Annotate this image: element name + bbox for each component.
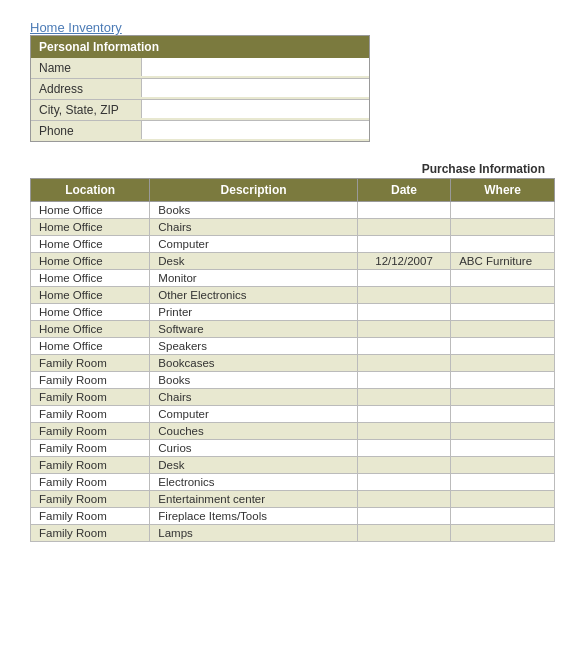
cell-description: Lamps	[150, 525, 358, 542]
personal-row-name: Name	[31, 58, 369, 78]
col-header-date: Date	[357, 179, 450, 202]
table-row: Home OfficeComputer	[31, 236, 555, 253]
cell-date	[357, 304, 450, 321]
cell-date	[357, 389, 450, 406]
cell-location: Home Office	[31, 219, 150, 236]
table-row: Family RoomComputer	[31, 406, 555, 423]
cell-location: Family Room	[31, 440, 150, 457]
cell-date	[357, 406, 450, 423]
table-row: Family RoomCouches	[31, 423, 555, 440]
table-row: Family RoomLamps	[31, 525, 555, 542]
cell-description: Speakers	[150, 338, 358, 355]
cell-date	[357, 202, 450, 219]
cell-description: Computer	[150, 236, 358, 253]
cell-description: Books	[150, 202, 358, 219]
cell-date	[357, 219, 450, 236]
input-phone[interactable]	[141, 121, 369, 139]
table-row: Home OfficeSpeakers	[31, 338, 555, 355]
cell-date: 12/12/2007	[357, 253, 450, 270]
cell-description: Electronics	[150, 474, 358, 491]
cell-date	[357, 457, 450, 474]
cell-where	[451, 406, 555, 423]
cell-location: Home Office	[31, 202, 150, 219]
cell-description: Desk	[150, 253, 358, 270]
cell-where	[451, 270, 555, 287]
cell-description: Curios	[150, 440, 358, 457]
inventory-table: Location Description Date Where Home Off…	[30, 178, 555, 542]
cell-location: Family Room	[31, 491, 150, 508]
table-row: Family RoomDesk	[31, 457, 555, 474]
table-row: Home OfficeBooks	[31, 202, 555, 219]
cell-location: Family Room	[31, 423, 150, 440]
cell-where	[451, 525, 555, 542]
cell-description: Chairs	[150, 219, 358, 236]
cell-location: Home Office	[31, 304, 150, 321]
cell-where	[451, 457, 555, 474]
cell-date	[357, 474, 450, 491]
cell-description: Books	[150, 372, 358, 389]
input-name[interactable]	[141, 58, 369, 76]
cell-where	[451, 508, 555, 525]
cell-location: Family Room	[31, 474, 150, 491]
cell-where	[451, 338, 555, 355]
label-name: Name	[31, 58, 141, 78]
cell-description: Desk	[150, 457, 358, 474]
cell-description: Fireplace Items/Tools	[150, 508, 358, 525]
table-row: Home OfficeSoftware	[31, 321, 555, 338]
cell-date	[357, 372, 450, 389]
cell-where	[451, 287, 555, 304]
personal-info-header: Personal Information	[31, 36, 369, 58]
cell-location: Home Office	[31, 338, 150, 355]
table-row: Family RoomFireplace Items/Tools	[31, 508, 555, 525]
table-row: Family RoomChairs	[31, 389, 555, 406]
cell-date	[357, 287, 450, 304]
cell-location: Family Room	[31, 389, 150, 406]
table-row: Family RoomElectronics	[31, 474, 555, 491]
cell-location: Home Office	[31, 253, 150, 270]
cell-date	[357, 355, 450, 372]
page-title-link[interactable]: Home Inventory	[30, 20, 122, 35]
cell-description: Monitor	[150, 270, 358, 287]
cell-date	[357, 508, 450, 525]
input-city[interactable]	[141, 100, 369, 118]
table-row: Family RoomEntertainment center	[31, 491, 555, 508]
cell-location: Family Room	[31, 525, 150, 542]
cell-description: Computer	[150, 406, 358, 423]
cell-date	[357, 440, 450, 457]
cell-date	[357, 525, 450, 542]
cell-where	[451, 423, 555, 440]
table-row: Home OfficeMonitor	[31, 270, 555, 287]
cell-where	[451, 355, 555, 372]
cell-location: Home Office	[31, 270, 150, 287]
cell-date	[357, 491, 450, 508]
cell-description: Bookcases	[150, 355, 358, 372]
cell-location: Family Room	[31, 372, 150, 389]
cell-date	[357, 270, 450, 287]
purchase-info-label: Purchase Information	[30, 162, 555, 176]
col-header-where: Where	[451, 179, 555, 202]
col-header-location: Location	[31, 179, 150, 202]
col-header-description: Description	[150, 179, 358, 202]
cell-description: Couches	[150, 423, 358, 440]
table-row: Home OfficeDesk12/12/2007ABC Furniture	[31, 253, 555, 270]
cell-where	[451, 219, 555, 236]
personal-row-phone: Phone	[31, 120, 369, 141]
cell-where	[451, 389, 555, 406]
cell-description: Chairs	[150, 389, 358, 406]
personal-row-address: Address	[31, 78, 369, 99]
cell-date	[357, 236, 450, 253]
cell-location: Home Office	[31, 321, 150, 338]
input-address[interactable]	[141, 79, 369, 97]
cell-location: Home Office	[31, 287, 150, 304]
personal-row-city: City, State, ZIP	[31, 99, 369, 120]
table-row: Family RoomBooks	[31, 372, 555, 389]
cell-location: Family Room	[31, 406, 150, 423]
cell-where	[451, 491, 555, 508]
label-address: Address	[31, 79, 141, 99]
cell-location: Family Room	[31, 508, 150, 525]
cell-date	[357, 321, 450, 338]
cell-where	[451, 202, 555, 219]
cell-where	[451, 236, 555, 253]
table-row: Home OfficePrinter	[31, 304, 555, 321]
cell-description: Other Electronics	[150, 287, 358, 304]
